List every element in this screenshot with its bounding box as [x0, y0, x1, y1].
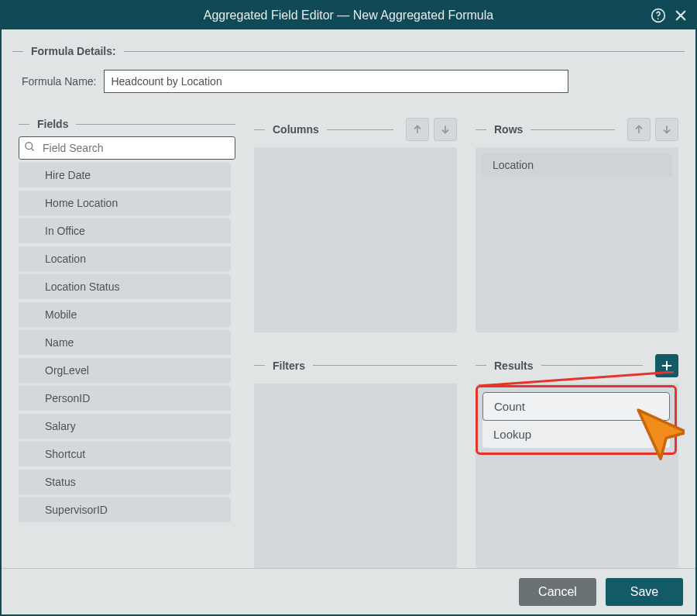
section-label: Filters [273, 360, 305, 372]
svg-point-1 [658, 18, 659, 19]
field-item[interactable]: Location [19, 246, 231, 271]
columns-header: Columns [254, 118, 457, 141]
field-list[interactable]: Hire Date Home Location In Office Locati… [19, 163, 235, 568]
rows-move-down-button[interactable] [655, 118, 678, 141]
titlebar: Aggregated Field Editor — New Aggregated… [2, 2, 695, 29]
section-label: Rows [494, 123, 523, 136]
cancel-button[interactable]: Cancel [519, 578, 596, 606]
add-result-button[interactable] [655, 354, 678, 377]
field-item[interactable]: PersonID [19, 386, 231, 411]
rows-header: Rows [476, 118, 678, 141]
results-dropzone[interactable]: Count Lookup [476, 384, 678, 569]
field-item[interactable]: Shortcut [19, 442, 231, 466]
results-add-menu: Count Lookup [476, 385, 677, 455]
formula-name-label: Formula Name: [22, 75, 96, 88]
search-icon [24, 141, 36, 155]
svg-line-5 [31, 148, 33, 150]
field-item[interactable]: Name [19, 330, 231, 355]
field-item[interactable]: Hire Date [19, 163, 231, 188]
formula-name-row: Formula Name: [12, 64, 685, 110]
field-item[interactable]: Mobile [19, 302, 231, 327]
close-icon[interactable] [674, 9, 688, 22]
field-item[interactable]: Status [19, 470, 231, 494]
fields-header: Fields [19, 118, 235, 130]
row-chip-location[interactable]: Location [482, 153, 672, 177]
rows-dropzone[interactable]: Location [476, 147, 678, 332]
formula-name-input[interactable] [104, 70, 568, 93]
section-label: Columns [273, 123, 319, 136]
field-item[interactable]: OrgLevel [19, 358, 231, 383]
svg-point-4 [26, 143, 33, 150]
editor-body: Formula Details: Formula Name: Fields [2, 29, 695, 568]
field-item[interactable]: SupervisorID [19, 497, 231, 522]
editor-window: Aggregated Field Editor — New Aggregated… [0, 0, 697, 616]
formula-details-header: Formula Details: [12, 45, 685, 57]
window-title: Aggregated Field Editor — New Aggregated… [204, 9, 493, 22]
menu-item-lookup[interactable]: Lookup [482, 421, 670, 448]
section-label: Fields [37, 118, 68, 130]
menu-item-count[interactable]: Count [482, 392, 670, 421]
filters-dropzone[interactable] [254, 384, 457, 569]
dialog-footer: Cancel Save [2, 568, 695, 614]
section-label: Results [494, 360, 534, 372]
columns-dropzone[interactable] [254, 147, 457, 332]
columns-move-up-button[interactable] [406, 118, 429, 141]
field-item[interactable]: Home Location [19, 191, 231, 215]
section-label: Formula Details: [31, 45, 116, 57]
field-item[interactable]: Location Status [19, 274, 231, 299]
help-icon[interactable] [651, 8, 666, 23]
field-search-input[interactable] [19, 136, 235, 160]
rows-move-up-button[interactable] [627, 118, 651, 141]
filters-header: Filters [254, 354, 457, 377]
save-button[interactable]: Save [606, 578, 683, 606]
field-item[interactable]: In Office [19, 219, 231, 243]
field-search-wrap [19, 136, 235, 160]
columns-move-down-button[interactable] [434, 118, 457, 141]
field-item[interactable]: Salary [19, 414, 231, 439]
results-header: Results [476, 354, 678, 377]
